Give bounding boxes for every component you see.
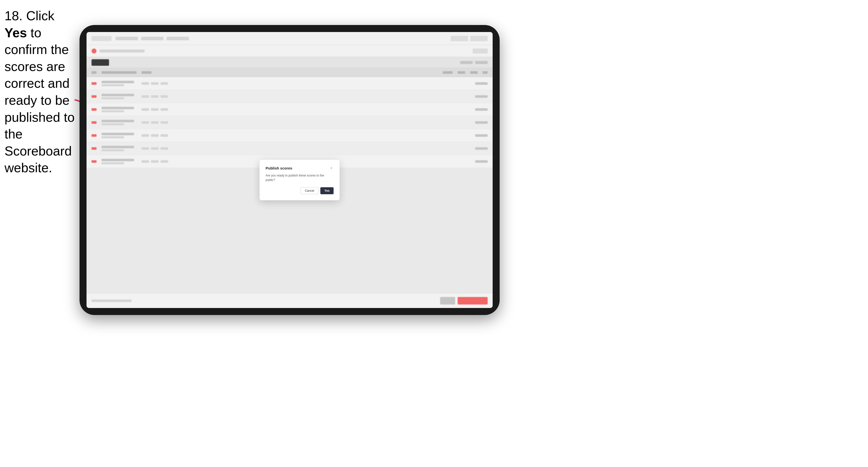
modal-header: Publish scores × [266, 166, 334, 170]
modal-close-button[interactable]: × [329, 166, 334, 170]
modal-body: Are you ready to publish these scores to… [266, 173, 334, 182]
tablet-screen: Publish scores × Are you ready to publis… [87, 32, 493, 308]
instruction-number: 18. [4, 8, 23, 23]
instruction-text-part1: Click [23, 8, 54, 23]
publish-scores-dialog: Publish scores × Are you ready to publis… [259, 160, 340, 200]
instruction-text: 18. Click Yes to confirm the scores are … [4, 7, 77, 177]
tablet-device: Publish scores × Are you ready to publis… [80, 25, 500, 315]
cancel-button[interactable]: Cancel [301, 187, 318, 194]
modal-title: Publish scores [266, 166, 292, 170]
modal-overlay: Publish scores × Are you ready to publis… [87, 32, 493, 308]
instruction-text-part2: to confirm the scores are correct and re… [4, 26, 74, 175]
yes-button[interactable]: Yes [320, 187, 334, 194]
instruction-bold-word: Yes [4, 26, 27, 40]
modal-footer: Cancel Yes [266, 187, 334, 194]
